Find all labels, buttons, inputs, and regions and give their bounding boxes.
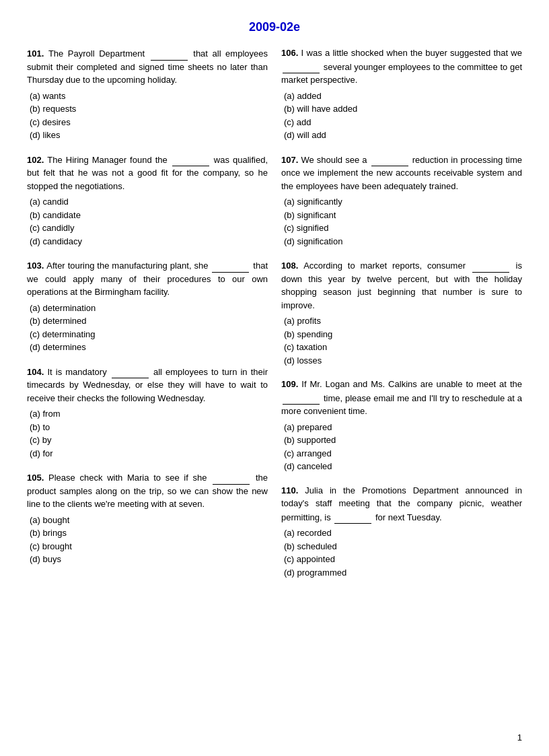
question-number-q107: 107. [281,155,301,165]
option-q107-1: (b) significant [284,209,522,222]
question-text-before-q101: The Payroll Department [48,48,149,59]
option-q107-2: (c) signified [284,221,522,235]
option-q106-1: (b) will have added [284,102,522,116]
question-q109: 109. If Mr. Logan and Ms. Calkins are un… [281,378,522,473]
question-q110: 110. Julia in the Promotions Department … [281,484,522,580]
option-q108-3: (d) losses [284,354,522,368]
option-q106-2: (c) add [284,116,522,129]
question-text-before-q106: I was a little shocked when the buyer su… [301,48,522,58]
option-q110-2: (c) appointed [284,553,522,566]
option-q104-2: (c) by [30,434,268,447]
question-number-q101: 101. [27,48,48,59]
blank-q110 [334,510,371,524]
blank-q105 [213,471,250,485]
question-number-q103: 103. [27,261,46,271]
option-q102-0: (a) candid [30,195,268,209]
question-text-before-q108: According to market reports, consumer [303,261,471,271]
question-number-q108: 108. [281,261,303,271]
page-number: 1 [517,732,522,743]
option-q109-3: (d) canceled [284,460,522,473]
option-q103-2: (c) determinating [30,328,268,341]
question-number-q105: 105. [27,473,48,483]
option-q106-3: (d) will add [284,129,522,142]
options-q101: (a) wants(b) requests(c) desires(d) like… [30,90,268,142]
question-q107: 107. We should see a reduction in proces… [281,153,522,248]
option-q110-0: (a) recorded [284,526,522,540]
question-text-q106: 106. I was a little shocked when the buy… [281,46,522,87]
option-q104-3: (d) for [30,447,268,460]
columns-container: 101. The Payroll Department that all emp… [27,46,522,590]
right-column: 106. I was a little shocked when the buy… [281,46,522,590]
blank-q102 [172,153,209,167]
option-q108-2: (c) taxation [284,341,522,354]
options-q108: (a) profits(b) spending(c) taxation(d) l… [284,314,522,367]
question-text-before-q109: If Mr. Logan and Ms. Calkins are unable … [301,379,522,389]
option-q101-0: (a) wants [30,90,268,103]
blank-q104 [112,365,149,379]
question-text-after-q110: for next Tuesday. [373,512,441,522]
blank-q107 [371,153,408,167]
option-q103-3: (d) determines [30,341,268,354]
question-text-q105: 105. Please check with Maria to see if s… [27,471,268,511]
options-q109: (a) prepared(b) supported(c) arranged(d)… [284,421,522,473]
blank-q101 [151,46,188,61]
blank-q106 [283,60,320,74]
left-column: 101. The Payroll Department that all emp… [27,46,268,590]
blank-q109 [283,391,320,405]
question-q103: 103. After touring the manufacturing pla… [27,259,268,354]
options-q106: (a) added(b) will have added(c) add(d) w… [284,90,522,142]
question-number-q104: 104. [27,367,47,377]
option-q109-2: (c) arranged [284,447,522,460]
question-text-q110: 110. Julia in the Promotions Department … [281,484,522,524]
question-text-q101: 101. The Payroll Department that all emp… [27,46,268,87]
question-text-before-q102: The Hiring Manager found the [47,155,170,165]
option-q105-1: (b) brings [30,526,268,540]
question-q104: 104. It is mandatory all employees to tu… [27,365,268,460]
options-q110: (a) recorded(b) scheduled(c) appointed(d… [284,526,522,579]
question-q106: 106. I was a little shocked when the buy… [281,46,522,142]
question-text-before-q105: Please check with Maria to see if she [48,473,211,483]
question-text-q102: 102. The Hiring Manager found the was qu… [27,153,268,193]
question-text-q107: 107. We should see a reduction in proces… [281,153,522,193]
blank-q108 [472,259,509,273]
question-number-q106: 106. [281,48,301,58]
option-q102-2: (c) candidly [30,221,268,235]
option-q102-3: (d) candidacy [30,235,268,248]
option-q106-0: (a) added [284,90,522,103]
question-q105: 105. Please check with Maria to see if s… [27,471,268,566]
option-q110-3: (d) programmed [284,566,522,580]
question-text-q104: 104. It is mandatory all employees to tu… [27,365,268,405]
question-q101: 101. The Payroll Department that all emp… [27,46,268,142]
option-q109-1: (b) supported [284,434,522,447]
question-text-q109: 109. If Mr. Logan and Ms. Calkins are un… [281,378,522,418]
question-text-before-q107: We should see a [301,155,369,165]
options-q102: (a) candid(b) candidate(c) candidly(d) c… [30,195,268,248]
blank-q103 [212,259,249,273]
options-q104: (a) from(b) to(c) by(d) for [30,407,268,460]
question-q102: 102. The Hiring Manager found the was qu… [27,153,268,248]
option-q103-0: (a) determination [30,302,268,315]
option-q109-0: (a) prepared [284,421,522,434]
question-text-before-q104: It is mandatory [47,367,110,377]
option-q107-0: (a) significantly [284,195,522,209]
options-q107: (a) significantly(b) significant(c) sign… [284,195,522,248]
option-q110-1: (b) scheduled [284,540,522,553]
option-q102-1: (b) candidate [30,209,268,222]
option-q105-2: (c) brought [30,540,268,553]
question-q108: 108. According to market reports, consum… [281,259,522,367]
question-number-q102: 102. [27,155,47,165]
option-q101-2: (c) desires [30,116,268,129]
question-number-q110: 110. [281,485,305,495]
question-text-before-q103: After touring the manufacturing plant, s… [46,261,211,271]
question-number-q109: 109. [281,379,301,389]
page: 2009-02e 101. The Payroll Department tha… [0,0,549,756]
option-q105-0: (a) bought [30,514,268,527]
options-q105: (a) bought(b) brings(c) brought(d) buys [30,514,268,566]
question-text-q108: 108. According to market reports, consum… [281,259,522,312]
option-q108-1: (b) spending [284,328,522,341]
option-q103-1: (b) determined [30,314,268,328]
option-q105-3: (d) buys [30,553,268,566]
option-q104-1: (b) to [30,421,268,434]
question-text-q103: 103. After touring the manufacturing pla… [27,259,268,299]
options-q103: (a) determination(b) determined(c) deter… [30,302,268,354]
